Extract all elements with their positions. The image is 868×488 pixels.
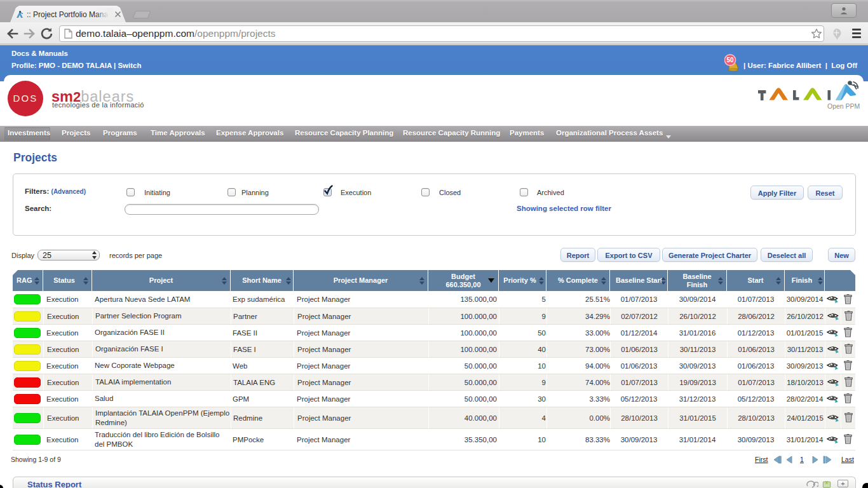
svg-text:50: 50: [726, 57, 734, 64]
svg-text:X: X: [825, 480, 829, 485]
svg-text:Open PPM: Open PPM: [827, 102, 860, 110]
